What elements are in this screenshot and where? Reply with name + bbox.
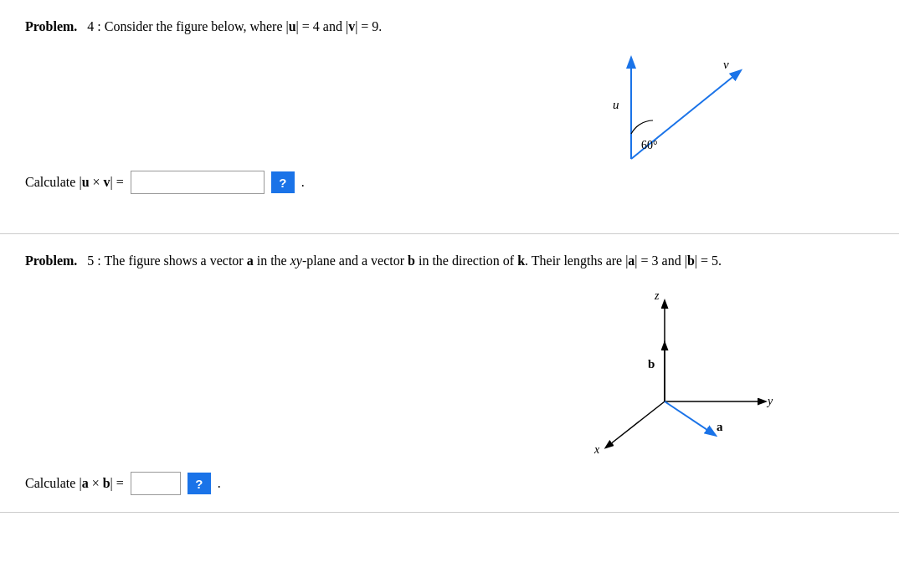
answer-input-1[interactable] [131,171,265,194]
problem-2-title: Problem. 5 : The figure shows a vector a… [25,251,874,271]
vector-diagram-2: z y x b a [564,284,815,477]
u-label: u [613,98,619,111]
hint-button-1[interactable]: ? [271,171,295,193]
problem-2-label: Problem. [25,253,77,268]
problem-1-description: : Consider the figure below, where |u| =… [97,19,382,33]
a-vector-label: a [717,420,723,433]
period-1: . [301,175,305,190]
z-axis-label: z [654,289,660,302]
b-vector-label: b [648,357,655,371]
problem-1-section: Problem. 4 : Consider the figure below, … [0,0,899,234]
y-axis-label: y [766,395,773,407]
hint-button-2[interactable]: ? [188,473,211,494]
svg-line-6 [665,401,715,435]
diagram-2: z y x b a [564,284,815,480]
problem-1-label: Problem. [25,19,77,33]
v-label: v [723,58,729,71]
angle-label: 60° [641,139,658,151]
vector-diagram-1: u v 60° [564,33,799,184]
x-axis-label: x [593,443,600,456]
calculate-label-2: Calculate |a × b| = [25,476,124,491]
svg-line-4 [606,401,665,447]
problem-2-description: : The figure shows a vector a in the xy-… [97,253,722,268]
problem-2-number: 5 [80,253,94,268]
period-2: . [218,476,221,491]
problem-1-number: 4 [80,19,94,33]
calculate-label-1: Calculate |u × v| = [25,175,124,190]
answer-input-2[interactable] [131,472,181,495]
diagram-1: u v 60° [564,33,799,187]
problem-2-section: Problem. 5 : The figure shows a vector a… [0,234,899,513]
